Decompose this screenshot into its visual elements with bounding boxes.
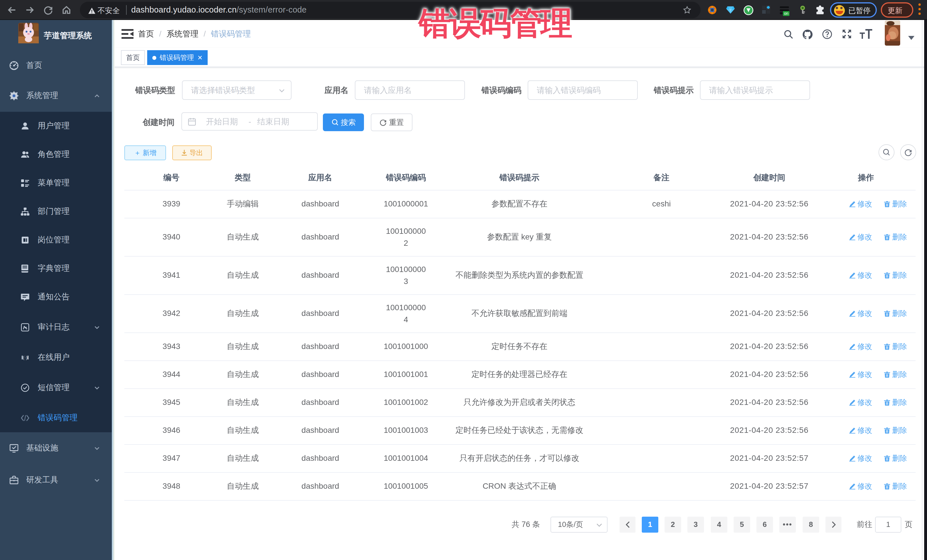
svg-text:(·): (·) — [23, 355, 27, 360]
svg-text:on: on — [784, 11, 789, 16]
